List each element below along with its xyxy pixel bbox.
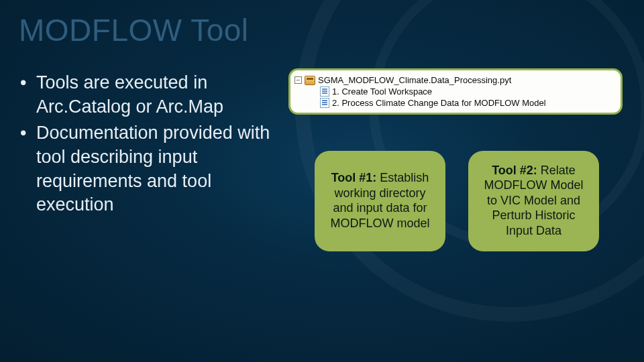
catalog-item-label: 1. Create Tool Workspace: [332, 86, 432, 97]
callouts-row: Tool #1: Establish working directory and…: [288, 151, 625, 251]
script-icon: [320, 98, 329, 108]
toolbox-label: SGMA_MODFLOW_Climate.Data_Processing.pyt: [318, 75, 511, 85]
catalog-tool-row: 1. Create Tool Workspace: [294, 86, 615, 97]
bullet-item: Tools are executed in Arc.Catalog or Arc…: [19, 71, 280, 119]
catalog-panel: − SGMA_MODFLOW_Climate.Data_Processing.p…: [288, 68, 623, 115]
tool2-callout: Tool #2: Relate MODFLOW Model to VIC Mod…: [468, 151, 599, 251]
right-column: − SGMA_MODFLOW_Climate.Data_Processing.p…: [288, 71, 625, 251]
script-icon: [320, 86, 329, 97]
callout-lead: Tool #2:: [492, 164, 537, 177]
bullet-item: Documentation provided with tool describ…: [19, 121, 280, 217]
catalog-item-label: 2. Process Climate Change Data for MODFL…: [332, 98, 546, 108]
toolbox-icon: [305, 76, 315, 85]
slide: MODFLOW Tool Tools are executed in Arc.C…: [0, 0, 644, 362]
body-row: Tools are executed in Arc.Catalog or Arc…: [19, 71, 625, 251]
catalog-toolbox-row: − SGMA_MODFLOW_Climate.Data_Processing.p…: [294, 74, 615, 86]
bullet-list: Tools are executed in Arc.Catalog or Arc…: [19, 71, 280, 251]
callout-lead: Tool #1:: [331, 171, 377, 184]
collapse-icon: −: [294, 76, 302, 84]
catalog-tool-row: 2. Process Climate Change Data for MODFL…: [294, 97, 615, 109]
tool1-callout: Tool #1: Establish working directory and…: [315, 151, 445, 251]
slide-title: MODFLOW Tool: [19, 12, 625, 48]
